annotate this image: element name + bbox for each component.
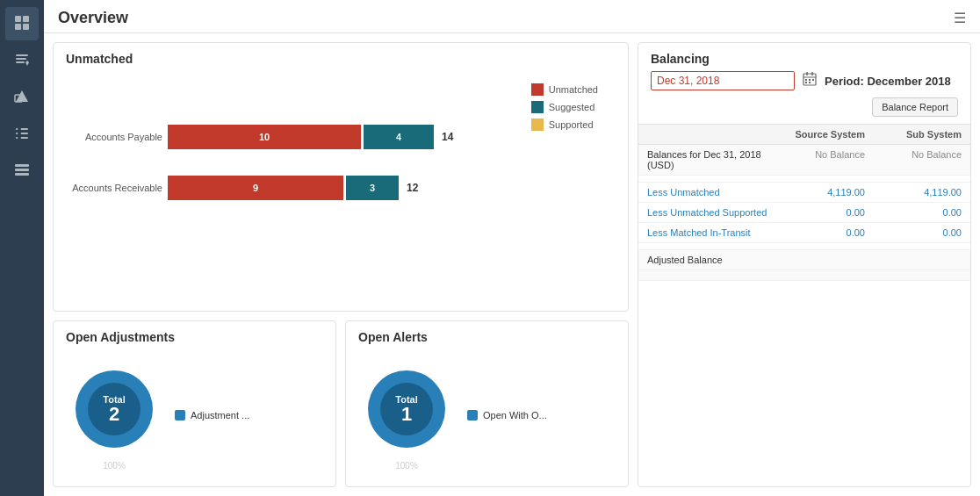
svg-rect-26 xyxy=(805,79,807,81)
bars-ar: 9 3 12 xyxy=(168,176,418,200)
balancing-controls: Period: December 2018 xyxy=(651,71,958,90)
legend-label-suggested: Suggested xyxy=(549,102,595,112)
right-panel: Balancing xyxy=(638,42,971,487)
bars-ap: 10 4 14 xyxy=(168,125,453,149)
svg-rect-29 xyxy=(805,82,807,83)
sidebar-item-list[interactable] xyxy=(5,155,39,188)
grid-icon xyxy=(13,14,31,34)
donut-adjustments: Total 2 xyxy=(66,361,162,457)
legend-color-unmatched xyxy=(531,83,544,96)
sidebar-item-grid[interactable] xyxy=(5,7,39,40)
svg-point-13 xyxy=(18,132,21,135)
balancing-section: Balancing xyxy=(638,42,971,487)
donut-label-alerts: Total 1 xyxy=(395,394,417,424)
chart-area: Accounts Payable 10 4 14 Accounts Receiv… xyxy=(66,75,616,250)
legend-label-unmatched: Unmatched xyxy=(549,84,598,95)
bal-col-label xyxy=(638,125,777,144)
bottom-panels: Open Adjustments Total 2 xyxy=(53,320,629,487)
edit-icon xyxy=(13,51,31,71)
page-title: Overview xyxy=(58,9,128,27)
open-adjustments-title: Open Adjustments xyxy=(66,330,323,344)
list-icon xyxy=(13,162,31,182)
bar-row-accounts-receivable: Accounts Receivable 9 3 12 xyxy=(66,176,514,200)
open-adjustments-panel: Open Adjustments Total 2 xyxy=(53,320,336,487)
legend-item-unmatched: Unmatched xyxy=(531,83,598,96)
svg-rect-27 xyxy=(809,79,811,81)
bal-row-0: Balances for Dec 31, 2018 (USD) No Balan… xyxy=(638,145,970,176)
bar-unmatched-ar: 9 xyxy=(168,176,343,200)
donut-area-alerts: Total 1 100% Open With O... xyxy=(358,353,616,478)
bal-cell-sub-3[interactable]: 0.00 xyxy=(874,223,970,242)
sidebar-item-checklist[interactable] xyxy=(5,118,39,151)
svg-rect-17 xyxy=(15,173,29,176)
donut-alerts: Total 1 xyxy=(358,361,455,457)
bal-cell-source-1[interactable]: 4,119.00 xyxy=(777,183,874,202)
bal-cell-source-3[interactable]: 0.00 xyxy=(777,223,874,242)
balance-report-button[interactable]: Balance Report xyxy=(872,97,958,117)
shapes-icon xyxy=(13,88,31,108)
period-text: Period: December 2018 xyxy=(825,75,951,88)
bal-cell-sub-4 xyxy=(874,250,970,270)
bal-cell-label-4: Adjusted Balance xyxy=(638,250,777,270)
donut-legend-dot-alerts xyxy=(467,410,478,421)
bar-suggested-ar: 3 xyxy=(346,176,399,200)
donut-legend-alerts: Open With O... xyxy=(467,410,547,421)
svg-rect-28 xyxy=(812,79,814,81)
bar-unmatched-ap: 10 xyxy=(168,125,361,149)
donut-legend-adj: Adjustment ... xyxy=(175,410,249,421)
bal-cell-source-4 xyxy=(777,250,874,270)
bal-cell-sub-0: No Balance xyxy=(874,145,970,175)
donut-number-adj: 2 xyxy=(103,405,125,424)
bal-cell-sub-2[interactable]: 0.00 xyxy=(874,203,970,222)
donut-legend-item-adj: Adjustment ... xyxy=(175,410,249,421)
sidebar xyxy=(0,0,44,496)
bal-spacer-3 xyxy=(638,270,970,281)
hamburger-icon[interactable]: ☰ xyxy=(954,10,966,26)
balancing-title: Balancing xyxy=(651,52,958,66)
bal-col-source: Source System xyxy=(777,125,874,144)
bar-row-accounts-payable: Accounts Payable 10 4 14 xyxy=(66,125,514,149)
svg-point-12 xyxy=(18,127,21,131)
bal-spacer-1 xyxy=(638,176,970,183)
content-area: Unmatched Accounts Payable 10 4 14 xyxy=(44,33,980,496)
sidebar-item-edit[interactable] xyxy=(5,44,39,77)
legend-color-suggested xyxy=(531,101,544,113)
bar-suggested-ap: 4 xyxy=(364,125,434,149)
balancing-table: Source System Sub System Balances for De… xyxy=(638,124,970,486)
donut-legend-label-adj: Adjustment ... xyxy=(191,410,249,421)
svg-rect-15 xyxy=(15,164,29,167)
legend-item-supported: Supported xyxy=(531,119,598,131)
bal-row-2: Less Unmatched Supported 0.00 0.00 xyxy=(638,203,970,223)
left-panel: Unmatched Accounts Payable 10 4 14 xyxy=(53,42,629,487)
page-header: Overview ☰ xyxy=(44,0,980,33)
open-alerts-panel: Open Alerts Total 1 xyxy=(345,320,629,487)
svg-point-14 xyxy=(18,136,21,140)
date-input[interactable] xyxy=(651,71,795,90)
checklist-icon xyxy=(13,125,31,145)
svg-rect-3 xyxy=(23,24,29,30)
svg-rect-0 xyxy=(15,16,21,22)
svg-rect-30 xyxy=(809,82,811,83)
bal-cell-source-2[interactable]: 0.00 xyxy=(777,203,874,222)
sidebar-item-shapes[interactable] xyxy=(5,81,39,114)
bal-cell-label-1[interactable]: Less Unmatched xyxy=(638,183,777,202)
bal-cell-label-0: Balances for Dec 31, 2018 (USD) xyxy=(638,145,777,175)
svg-rect-16 xyxy=(15,169,29,171)
bal-cell-label-3[interactable]: Less Matched In-Transit xyxy=(638,223,777,242)
calendar-icon[interactable] xyxy=(802,71,818,90)
donut-label-adjustments: Total 2 xyxy=(103,394,125,424)
donut-percent-adj: 100% xyxy=(103,461,126,471)
legend-item-suggested: Suggested xyxy=(531,101,598,113)
bar-label-ar: Accounts Receivable xyxy=(66,183,162,193)
legend-label-supported: Supported xyxy=(549,119,594,130)
open-alerts-title: Open Alerts xyxy=(358,330,616,344)
bar-label-ap: Accounts Payable xyxy=(66,132,162,142)
bal-cell-sub-1[interactable]: 4,119.00 xyxy=(874,183,970,202)
unmatched-title: Unmatched xyxy=(66,52,616,66)
donut-area-adjustments: Total 2 100% Adjustment ... xyxy=(66,353,323,478)
main-content: Overview ☰ Unmatched Accounts Payable 10… xyxy=(44,0,980,496)
donut-legend-dot-adj xyxy=(175,410,185,421)
bal-cell-label-2[interactable]: Less Unmatched Supported xyxy=(638,203,777,222)
svg-rect-5 xyxy=(16,58,26,60)
bar-total-ap: 14 xyxy=(442,131,453,143)
